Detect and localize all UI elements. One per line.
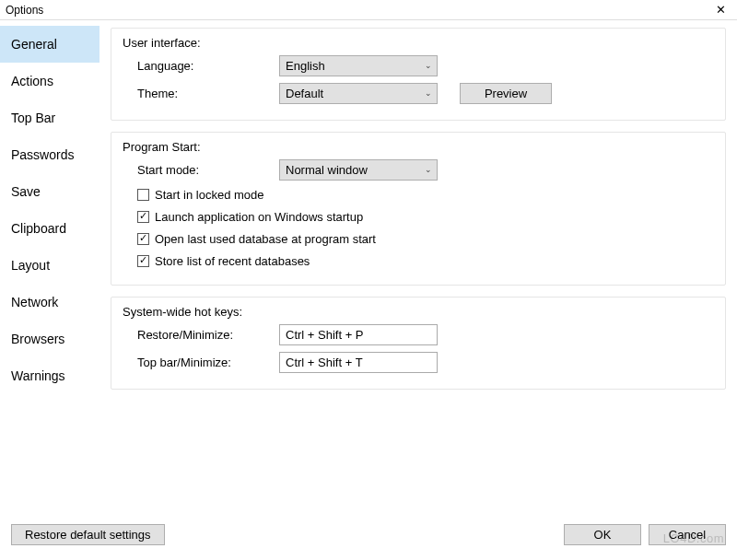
store-recent-label: Store list of recent databases — [155, 254, 310, 268]
user-interface-title: User interface: — [123, 36, 712, 50]
ok-button[interactable]: OK — [564, 524, 641, 545]
sidebar-item-clipboard[interactable]: Clipboard — [0, 210, 99, 247]
chevron-down-icon: ⌄ — [425, 88, 432, 98]
theme-label: Theme: — [124, 87, 279, 100]
sidebar-item-network[interactable]: Network — [0, 284, 99, 321]
start-mode-label: Start mode: — [124, 163, 279, 177]
hotkeys-title: System-wide hot keys: — [123, 305, 712, 319]
topbar-minimize-input[interactable]: Ctrl + Shift + T — [279, 352, 438, 373]
start-mode-select[interactable]: Normal window ⌄ — [279, 159, 438, 181]
sidebar-item-top-bar[interactable]: Top Bar — [0, 99, 99, 136]
launch-startup-label: Launch application on Windows startup — [155, 210, 363, 224]
sidebar-item-general[interactable]: General — [0, 26, 99, 63]
program-start-title: Program Start: — [123, 140, 712, 154]
close-icon[interactable]: ✕ — [712, 3, 730, 17]
sidebar: General Actions Top Bar Passwords Save C… — [0, 20, 99, 518]
start-locked-label: Start in locked mode — [155, 188, 264, 202]
language-label: Language: — [124, 59, 279, 73]
sidebar-item-warnings[interactable]: Warnings — [0, 357, 99, 394]
chevron-down-icon: ⌄ — [425, 61, 432, 70]
restore-minimize-label: Restore/Minimize: — [124, 328, 279, 342]
start-locked-checkbox[interactable] — [137, 189, 149, 201]
preview-button[interactable]: Preview — [460, 83, 552, 104]
content: General Actions Top Bar Passwords Save C… — [0, 20, 737, 518]
topbar-minimize-label: Top bar/Minimize: — [124, 356, 279, 369]
sidebar-item-browsers[interactable]: Browsers — [0, 321, 99, 357]
footer: Restore default settings OK Cancel — [0, 518, 737, 560]
open-last-db-label: Open last used database at program start — [155, 232, 376, 246]
cancel-button[interactable]: Cancel — [649, 524, 726, 545]
restore-defaults-button[interactable]: Restore default settings — [11, 524, 165, 545]
program-start-group: Program Start: Start mode: Normal window… — [111, 132, 726, 286]
sidebar-item-actions[interactable]: Actions — [0, 63, 99, 99]
titlebar: Options ✕ — [0, 0, 737, 20]
store-recent-checkbox[interactable] — [137, 255, 149, 267]
sidebar-item-passwords[interactable]: Passwords — [0, 136, 99, 173]
hotkeys-group: System-wide hot keys: Restore/Minimize: … — [111, 297, 726, 390]
open-last-db-checkbox[interactable] — [137, 233, 149, 245]
launch-startup-checkbox[interactable] — [137, 211, 149, 223]
chevron-down-icon: ⌄ — [425, 165, 432, 174]
sidebar-item-layout[interactable]: Layout — [0, 247, 99, 284]
restore-minimize-input[interactable]: Ctrl + Shift + P — [279, 324, 438, 345]
sidebar-item-save[interactable]: Save — [0, 173, 99, 210]
window-title: Options — [6, 4, 43, 17]
language-select[interactable]: English ⌄ — [279, 55, 438, 76]
user-interface-group: User interface: Language: English ⌄ Them… — [111, 28, 726, 121]
main-panel: User interface: Language: English ⌄ Them… — [99, 20, 737, 518]
theme-select[interactable]: Default ⌄ — [279, 83, 438, 104]
